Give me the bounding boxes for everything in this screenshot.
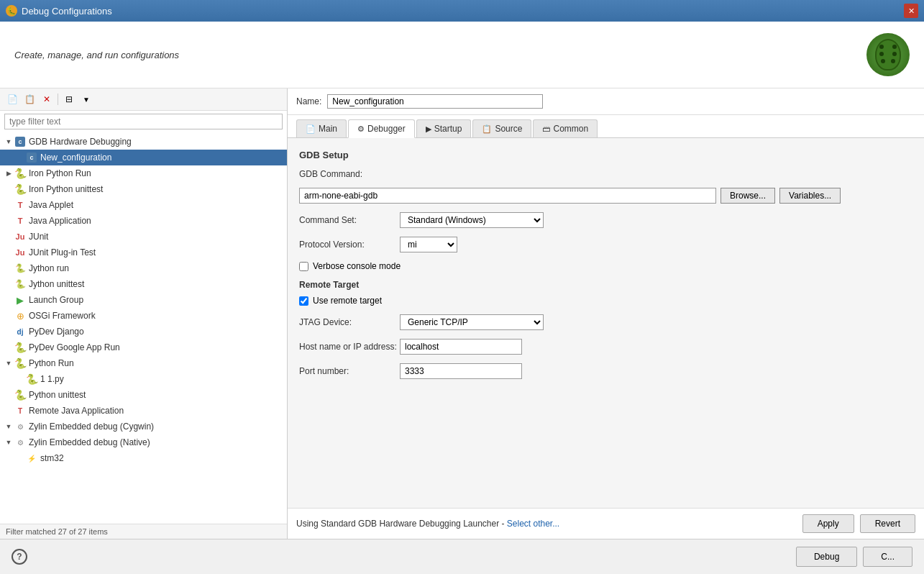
new-config-button[interactable]: 📄 — [4, 91, 20, 107]
host-name-input[interactable] — [400, 339, 522, 355]
zylin-cygwin-label: Zylin Embedded debug (Cygwin) — [29, 422, 154, 432]
filter-button[interactable]: ▼ — [78, 91, 94, 107]
tab-common[interactable]: 🗃 Common — [533, 119, 598, 137]
status-bar: Filter matched 27 of 27 items — [0, 524, 287, 539]
tree-item-pydev-django[interactable]: dj PyDev Django — [0, 324, 287, 340]
name-input[interactable] — [327, 94, 543, 109]
java-applet-icon: T — [14, 199, 26, 211]
tab-source[interactable]: 📋 Source — [472, 119, 531, 137]
use-remote-label[interactable]: Use remote target — [313, 296, 382, 306]
jtag-device-select[interactable]: Generic TCP/IP OpenOCD J-Link — [400, 314, 544, 330]
tree-item-pydev-google[interactable]: 🐍 PyDev Google App Run — [0, 340, 287, 355]
tab-startup[interactable]: ▶ Startup — [416, 119, 472, 137]
tree-item-stm32[interactable]: ⚡ stm32 — [0, 450, 287, 466]
junit-plugin-icon: Ju — [14, 247, 26, 258]
revert-button[interactable]: Revert — [860, 514, 915, 533]
port-number-input[interactable] — [400, 363, 522, 379]
junit-icon: Ju — [14, 231, 26, 242]
tree-item-new-config[interactable]: c New_configuration — [0, 150, 287, 165]
tree-item-junit-plugin[interactable]: Ju JUnit Plug-in Test — [0, 245, 287, 260]
close-window-button[interactable]: ✕ — [904, 4, 918, 18]
verbose-console-checkbox[interactable] — [299, 262, 308, 271]
java-app-icon: T — [14, 215, 26, 227]
verbose-console-label[interactable]: Verbose console mode — [313, 261, 401, 271]
tree-container[interactable]: c GDB Hardware Debugging c New_configura… — [0, 132, 287, 524]
tree-item-python-run[interactable]: 🐍 Python Run — [0, 355, 287, 371]
window-title: Debug Configurations — [22, 6, 112, 17]
gdb-command-row: GDB Command: — [299, 169, 912, 179]
tab-main[interactable]: 📄 Main — [296, 119, 347, 137]
stm32-label: stm32 — [40, 453, 64, 463]
gdb-icon: c — [14, 136, 26, 147]
collapse-button[interactable]: ⊟ — [61, 91, 77, 107]
debugger-tab-icon: ⚙ — [357, 124, 365, 134]
zylin-native-label: Zylin Embedded debug (Native) — [29, 437, 150, 447]
tree-item-osgi[interactable]: ⊕ OSGi Framework — [0, 308, 287, 324]
tree-item-java-application[interactable]: T Java Application — [0, 213, 287, 229]
iron-python-run-label: Iron Python Run — [29, 168, 91, 178]
stm32-icon: ⚡ — [26, 452, 37, 464]
use-remote-target-row: Use remote target — [299, 296, 912, 306]
debug-configurations-dialog: Create, manage, and run configurations 📄… — [0, 22, 924, 574]
main-tab-label: Main — [319, 124, 337, 134]
use-remote-target-checkbox[interactable] — [299, 296, 308, 306]
delete-config-button[interactable]: ✕ — [39, 91, 55, 107]
browse-button[interactable]: Browse... — [721, 188, 775, 204]
iron-python-ut-icon: 🐍 — [14, 183, 26, 195]
dialog-bottom: ? Debug C... — [0, 539, 924, 574]
remote-java-icon: T — [14, 405, 26, 416]
tree-item-python-ut[interactable]: 🐍 Python unittest — [0, 387, 287, 403]
jtag-label: JTAG Device: — [299, 317, 400, 327]
copy-config-button[interactable]: 📋 — [22, 91, 37, 107]
tree-item-iron-python-run[interactable]: 🐍 Iron Python Run — [0, 165, 287, 181]
protocol-version-select[interactable]: mi mi2 mi3 — [400, 237, 457, 252]
header-text: Create, manage, and run configurations — [14, 50, 179, 60]
tree-item-iron-python-unittest[interactable]: 🐍 Iron Python unittest — [0, 181, 287, 197]
pydev-django-label: PyDev Django — [29, 327, 84, 337]
select-other-link[interactable]: Select other... — [507, 519, 559, 529]
tree-item-junit[interactable]: Ju JUnit — [0, 229, 287, 245]
osgi-label: OSGi Framework — [29, 311, 96, 321]
filter-input[interactable] — [4, 114, 283, 129]
python-ut-label: Python unittest — [29, 390, 86, 400]
tree-item-jython-run[interactable]: 🐍 Jython run — [0, 260, 287, 276]
tree-item-launch-group[interactable]: ▶ Launch Group — [0, 292, 287, 308]
remote-java-label: Remote Java Application — [29, 406, 124, 416]
tree-item-jython-ut[interactable]: 🐍 Jython unittest — [0, 276, 287, 292]
gdb-label: GDB Hardware Debugging — [29, 137, 132, 147]
gdb-command-input[interactable] — [299, 188, 716, 204]
left-panel: 📄 📋 ✕ ⊟ ▼ c GDB Hardware Debugging — [0, 88, 288, 539]
dialog-bottom-right: Debug C... — [796, 547, 912, 567]
config-icon: c — [26, 152, 37, 163]
content-area: 📄 📋 ✕ ⊟ ▼ c GDB Hardware Debugging — [0, 88, 924, 539]
name-row: Name: — [288, 88, 924, 115]
tree-item-1-1py[interactable]: 🐍 1 1.py — [0, 371, 287, 387]
1py-label: 1 1.py — [40, 374, 64, 384]
dialog-close-button[interactable]: C... — [863, 547, 912, 567]
command-set-select[interactable]: Standard (Windows) Standard (Linux) Cust… — [400, 212, 544, 228]
tree-item-gdb-hardware[interactable]: c GDB Hardware Debugging — [0, 134, 287, 150]
bottom-bar: Using Standard GDB Hardware Debugging La… — [288, 508, 924, 539]
zylin-cygwin-icon: ⚙ — [14, 421, 26, 432]
apply-button[interactable]: Apply — [802, 514, 854, 533]
section-title-gdb: GDB Setup — [299, 150, 912, 160]
protocol-version-label: Protocol Version: — [299, 240, 400, 250]
python-run-label: Python Run — [29, 358, 74, 368]
tab-debugger[interactable]: ⚙ Debugger — [348, 119, 415, 138]
python-run-icon: 🐍 — [14, 357, 26, 369]
jython-run-icon: 🐍 — [14, 263, 26, 274]
tree-item-java-applet[interactable]: T Java Applet — [0, 197, 287, 213]
common-tab-label: Common — [553, 124, 588, 134]
tree-item-remote-java[interactable]: T Remote Java Application — [0, 403, 287, 419]
junit-label: JUnit — [29, 232, 48, 242]
launcher-text-static: Using Standard GDB Hardware Debugging La… — [296, 519, 507, 529]
help-button[interactable]: ? — [12, 549, 27, 565]
launch-icon: ▶ — [14, 294, 26, 306]
toolbar-separator — [58, 94, 58, 105]
debug-button[interactable]: Debug — [796, 547, 857, 567]
variables-button[interactable]: Variables... — [779, 188, 841, 204]
host-name-row: Host name or IP address: — [299, 339, 912, 355]
tree-item-zylin-cygwin[interactable]: ⚙ Zylin Embedded debug (Cygwin) — [0, 419, 287, 434]
common-tab-icon: 🗃 — [542, 124, 550, 133]
tree-item-zylin-native[interactable]: ⚙ Zylin Embedded debug (Native) — [0, 434, 287, 450]
